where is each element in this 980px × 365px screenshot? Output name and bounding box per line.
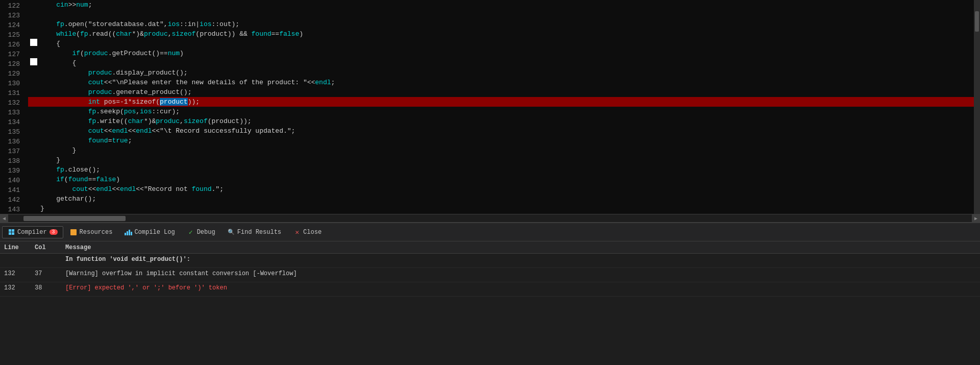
code-line: fp.write((char*)&produc,sizeof(product))… xyxy=(28,116,980,126)
line-number: 124 xyxy=(4,20,24,30)
code-line: produc.display_product(); xyxy=(28,68,980,78)
tab-close[interactable]: ✕Close xyxy=(288,226,327,238)
row-col: 37 xyxy=(35,270,65,277)
code-line: { xyxy=(28,58,980,68)
row-message: In function 'void edit_product()': xyxy=(65,256,976,263)
line-number: 143 xyxy=(4,205,24,214)
row-line: 132 xyxy=(4,284,35,291)
line-number: 127 xyxy=(4,50,24,59)
line-number: 139 xyxy=(4,166,24,176)
result-row: In function 'void edit_product()': xyxy=(0,254,980,268)
tab-bar: Compiler3ResourcesCompile Log✓Debug🔍Find… xyxy=(0,223,980,241)
line-number: 125 xyxy=(4,30,24,40)
code-content: fp.close(); xyxy=(40,165,100,175)
tab-resources[interactable]: Resources xyxy=(64,226,118,238)
code-line xyxy=(28,10,980,19)
line-number: 138 xyxy=(4,156,24,166)
line-number: 140 xyxy=(4,176,24,185)
code-line: { xyxy=(28,39,980,48)
line-number: 131 xyxy=(4,88,24,98)
code-line: fp.open("storedatabase.dat",ios::in|ios:… xyxy=(28,19,980,29)
breakpoint-dot xyxy=(30,39,37,46)
line-number: 134 xyxy=(4,117,24,127)
tab-findresults[interactable]: 🔍Find Results xyxy=(222,226,287,238)
row-message: [Error] expected ',' or ';' before ')' t… xyxy=(65,284,976,291)
code-line: found=true; xyxy=(28,136,980,145)
code-line: int pos=-1*sizeof(product)); xyxy=(28,97,980,107)
line-number: 133 xyxy=(4,108,24,117)
code-line: cout<<endl<<endl<<"Record not found."; xyxy=(28,184,980,194)
code-content: } xyxy=(40,204,44,213)
scroll-thumb[interactable] xyxy=(23,216,126,221)
find-icon: 🔍 xyxy=(228,229,235,236)
code-content: } xyxy=(40,145,76,155)
code-content: cout<<endl<<endl<<"Record not found."; xyxy=(40,184,224,194)
tab-compilelog[interactable]: Compile Log xyxy=(119,226,180,238)
results-body: In function 'void edit_product()':13237[… xyxy=(0,254,980,365)
bottom-panel: Compiler3ResourcesCompile Log✓Debug🔍Find… xyxy=(0,222,980,365)
scroll-track[interactable] xyxy=(8,214,972,222)
col-header-message: Message xyxy=(65,244,976,251)
code-line: getchar(); xyxy=(28,194,980,204)
close-icon: ✕ xyxy=(293,229,301,236)
line-number: 122 xyxy=(4,1,24,11)
line-number: 126 xyxy=(4,40,24,50)
code-content: getchar(); xyxy=(40,194,96,204)
result-row[interactable]: 13237[Warning] overflow in implicit cons… xyxy=(0,268,980,282)
line-number: 136 xyxy=(4,137,24,147)
code-content: if(found==false) xyxy=(40,175,120,184)
code-line: } xyxy=(28,204,980,213)
scroll-left-button[interactable]: ◀ xyxy=(0,214,8,223)
breakpoint-dot xyxy=(30,58,37,65)
code-line: if(found==false) xyxy=(28,175,980,184)
code-editor: 1221231241251261271281291301311321331341… xyxy=(0,0,980,222)
code-line: fp.close(); xyxy=(28,165,980,175)
breakpoint-indicator xyxy=(30,58,40,68)
line-number: 141 xyxy=(4,185,24,195)
code-content: fp.write((char*)&produc,sizeof(product))… xyxy=(40,116,252,126)
scrollbar-thumb[interactable] xyxy=(975,11,979,32)
code-content: fp.seekp(pos,ios::cur); xyxy=(40,107,180,116)
bar-chart-icon xyxy=(125,229,132,236)
code-content: cout<<endl<<endl<<"\t Record successfull… xyxy=(40,126,295,136)
tab-compiler[interactable]: Compiler3 xyxy=(2,226,63,238)
resources-icon xyxy=(70,229,77,236)
tab-label: Debug xyxy=(197,229,215,236)
code-content: { xyxy=(40,58,76,68)
code-content: produc.generate_product(); xyxy=(40,87,191,97)
code-line: } xyxy=(28,155,980,165)
code-content: } xyxy=(40,155,60,165)
code-line: produc.generate_product(); xyxy=(28,87,980,97)
code-line: while(fp.read((char*)&produc,sizeof(prod… xyxy=(28,29,980,39)
line-numbers: 1221231241251261271281291301311321331341… xyxy=(0,0,28,214)
row-col: 38 xyxy=(35,284,65,291)
tab-label: Close xyxy=(303,229,322,236)
code-lines[interactable]: cin>>num; fp.open("storedatabase.dat",io… xyxy=(28,0,980,214)
code-line: } xyxy=(28,145,980,155)
line-number: 137 xyxy=(4,147,24,156)
col-header-col: Col xyxy=(35,244,65,251)
line-number: 135 xyxy=(4,127,24,137)
scroll-right-button[interactable]: ▶ xyxy=(972,214,980,223)
tab-debug[interactable]: ✓Debug xyxy=(182,226,221,238)
line-number: 142 xyxy=(4,195,24,205)
code-content: if(produc.getProduct()==num) xyxy=(40,48,184,58)
tab-label: Resources xyxy=(80,229,113,236)
tab-badge: 3 xyxy=(50,229,58,235)
code-line: if(produc.getProduct()==num) xyxy=(28,48,980,58)
vertical-scrollbar[interactable] xyxy=(974,0,980,214)
compiler-icon xyxy=(8,229,15,236)
code-content: while(fp.read((char*)&produc,sizeof(prod… xyxy=(40,29,303,39)
horizontal-scrollbar[interactable]: ◀ ▶ xyxy=(0,214,980,222)
row-message: [Warning] overflow in implicit constant … xyxy=(65,270,976,277)
line-number: 132 xyxy=(4,98,24,108)
code-line: fp.seekp(pos,ios::cur); xyxy=(28,107,980,116)
result-row[interactable]: 13238[Error] expected ',' or ';' before … xyxy=(0,282,980,297)
line-number: 128 xyxy=(4,59,24,69)
check-icon: ✓ xyxy=(187,229,194,236)
line-number: 123 xyxy=(4,11,24,20)
results-area: Line Col Message In function 'void edit_… xyxy=(0,241,980,365)
results-header: Line Col Message xyxy=(0,241,980,254)
code-content: cout<<"\nPlease enter the new details of… xyxy=(40,78,335,87)
code-content: found=true; xyxy=(40,136,132,145)
